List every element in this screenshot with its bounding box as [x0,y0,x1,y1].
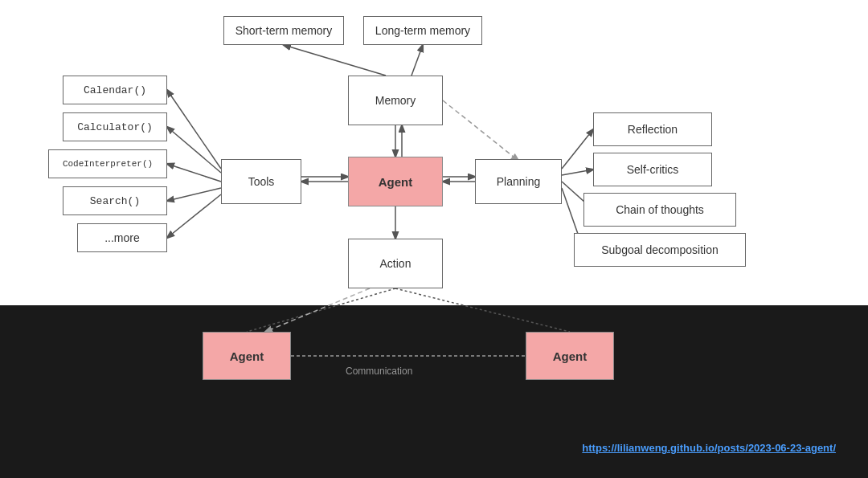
tools-label: Tools [248,175,275,188]
agent-center-box: Agent [348,157,443,206]
agent-center-label: Agent [379,175,413,189]
action-label: Action [380,257,411,270]
planning-box: Planning [475,159,562,204]
self-critics-box: Self-critics [593,153,712,186]
long-term-memory-label: Long-term memory [375,24,470,37]
more-label: ...more [104,231,140,244]
long-term-memory-box: Long-term memory [363,16,482,45]
subgoal-decomposition-label: Subgoal decomposition [601,243,719,256]
action-box: Action [348,239,443,288]
agent-bottom-right-box: Agent [526,332,614,380]
chain-of-thoughts-label: Chain of thoughts [616,203,704,216]
code-interpreter-box: CodeInterpreter() [48,149,167,178]
chain-of-thoughts-box: Chain of thoughts [583,193,736,227]
agent-bottom-left-label: Agent [230,349,264,363]
search-box: Search() [63,186,167,215]
memory-label: Memory [375,94,416,107]
search-label: Search() [90,195,140,207]
short-term-memory-box: Short-term memory [223,16,344,45]
url-link[interactable]: https://lilianweng.github.io/posts/2023-… [582,442,836,454]
tools-box: Tools [221,159,301,204]
planning-label: Planning [497,175,541,188]
code-interpreter-label: CodeInterpreter() [63,159,153,169]
memory-box: Memory [348,76,443,125]
reflection-label: Reflection [628,123,678,136]
agent-bottom-right-label: Agent [553,349,588,363]
reflection-box: Reflection [593,112,712,146]
calculator-label: Calculator() [77,121,153,133]
calendar-label: Calendar() [84,84,146,96]
short-term-memory-label: Short-term memory [235,24,333,37]
agent-bottom-left-box: Agent [203,332,291,380]
calendar-box: Calendar() [63,76,167,104]
subgoal-decomposition-box: Subgoal decomposition [574,233,746,267]
communication-label: Communication [346,366,412,377]
self-critics-label: Self-critics [627,163,679,176]
calculator-box: Calculator() [63,112,167,141]
more-box: ...more [77,223,167,252]
